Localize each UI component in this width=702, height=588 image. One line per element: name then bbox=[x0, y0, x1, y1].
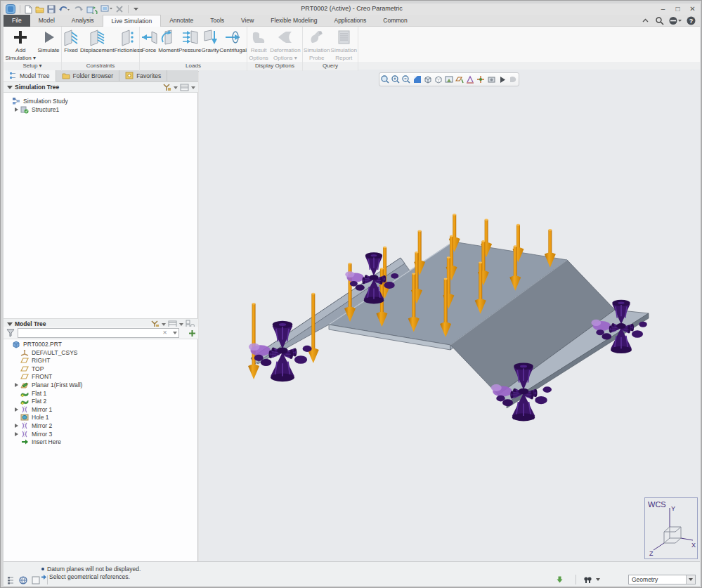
ribbon-button-force[interactable]: Force bbox=[140, 27, 158, 53]
search-dropdown-icon[interactable] bbox=[173, 332, 177, 334]
tree-item-prt0002-prt[interactable]: PRT0002.PRT bbox=[6, 340, 62, 348]
qat-dropdown-icon[interactable] bbox=[133, 5, 139, 13]
tree-item-flat-1[interactable]: Flat 1 bbox=[15, 389, 46, 398]
tree-item-hole-1[interactable]: Hole 1 bbox=[15, 413, 49, 422]
hole-icon[interactable] bbox=[20, 413, 29, 422]
tree-item-structure1[interactable]: Structure1 bbox=[15, 105, 59, 114]
bullet-icon[interactable] bbox=[41, 567, 45, 571]
tree-item-simulation-study[interactable]: Simulation Study bbox=[6, 97, 68, 105]
datum-plane-icon[interactable] bbox=[20, 365, 29, 373]
centrifugal-load-icon[interactable] bbox=[224, 28, 242, 46]
regenerate-icon[interactable] bbox=[86, 5, 98, 14]
load-arrow[interactable] bbox=[248, 303, 259, 379]
ribbon-button-simulation[interactable]: SimulationReport bbox=[331, 27, 357, 61]
maximize-button[interactable]: □ bbox=[673, 4, 682, 13]
force-load-icon[interactable] bbox=[140, 28, 158, 46]
tab-live-simulation[interactable]: Live Simulation bbox=[103, 15, 162, 27]
displacement-constraint-icon[interactable] bbox=[88, 28, 106, 46]
tree-columns-icon[interactable] bbox=[180, 83, 189, 92]
tree-item-insert-here[interactable]: Insert Here bbox=[15, 438, 61, 446]
panel-tab-folder-browser[interactable]: Folder Browser bbox=[56, 70, 120, 81]
undo-icon[interactable] bbox=[58, 5, 70, 13]
add-simulation-icon[interactable] bbox=[11, 28, 30, 46]
tab-file[interactable]: File bbox=[4, 15, 30, 27]
perspective-icon[interactable] bbox=[444, 74, 454, 84]
csys-icon[interactable] bbox=[20, 348, 29, 357]
selection-filter-select[interactable]: Geometry bbox=[628, 575, 696, 584]
redo-icon[interactable] bbox=[72, 5, 84, 13]
structure-icon[interactable] bbox=[20, 105, 29, 114]
add-filter-icon[interactable] bbox=[188, 329, 196, 337]
panel-tab-favorites[interactable]: Favorites bbox=[119, 70, 167, 81]
datum-plane-icon[interactable] bbox=[20, 372, 29, 381]
saved-views-icon[interactable] bbox=[423, 74, 433, 84]
tree-item-top[interactable]: TOP bbox=[15, 365, 44, 373]
ribbon-button-simulation[interactable]: SimulationProbe bbox=[304, 27, 330, 61]
tab-view[interactable]: View bbox=[233, 15, 262, 27]
capture-icon[interactable] bbox=[487, 74, 497, 84]
play-icon[interactable] bbox=[498, 74, 507, 84]
new-file-icon[interactable] bbox=[25, 5, 32, 14]
fixed-constraint-icon[interactable] bbox=[62, 28, 80, 46]
tree-item-mirror-1[interactable]: Mirror 1 bbox=[15, 405, 52, 414]
folder-icon[interactable] bbox=[62, 72, 70, 79]
tree-filters-icon[interactable] bbox=[162, 83, 171, 92]
blank-panel-icon[interactable] bbox=[32, 576, 40, 584]
filter-funnel-icon[interactable] bbox=[6, 329, 15, 337]
spin-center-icon[interactable] bbox=[476, 74, 486, 84]
help-icon[interactable]: ? bbox=[687, 16, 696, 25]
ribbon-button-centrifugal[interactable]: Centrifugal bbox=[219, 27, 247, 53]
minimize-button[interactable]: – bbox=[658, 4, 668, 13]
tree-item-right[interactable]: RIGHT bbox=[15, 356, 50, 365]
ghost-icon[interactable] bbox=[508, 74, 518, 84]
favorites-icon[interactable] bbox=[125, 72, 134, 79]
display-style-icon[interactable] bbox=[434, 74, 443, 84]
tree-item-default-csys[interactable]: DEFAULT_CSYS bbox=[15, 348, 78, 357]
simulation-probe-icon[interactable] bbox=[308, 28, 326, 46]
find-icon[interactable] bbox=[583, 575, 593, 584]
graphics-viewport[interactable]: WCS Y X Z bbox=[199, 70, 700, 561]
open-icon[interactable] bbox=[35, 5, 44, 13]
panel-tab-model-tree[interactable]: Model Tree bbox=[4, 70, 56, 81]
deformation-options-icon[interactable] bbox=[276, 28, 294, 46]
frictionless-constraint-icon[interactable] bbox=[119, 28, 138, 46]
selection-filter-dropdown[interactable] bbox=[686, 575, 695, 584]
zoom-out-icon[interactable] bbox=[401, 74, 411, 84]
ribbon-button-displacement[interactable]: Displacement bbox=[80, 27, 114, 53]
close-button[interactable]: ✕ bbox=[688, 4, 697, 13]
tree-toggle-icon[interactable] bbox=[7, 576, 15, 584]
pressure-load-icon[interactable] bbox=[181, 28, 199, 46]
simulation-report-icon[interactable] bbox=[334, 28, 353, 46]
tree-item-planar-1-first-wall-[interactable]: Planar 1(First Wall) bbox=[15, 381, 82, 389]
ribbon-button-pressure[interactable]: Pressure bbox=[178, 27, 201, 53]
model-tree-icon[interactable] bbox=[9, 72, 17, 79]
part-icon[interactable] bbox=[12, 340, 20, 348]
tree-item-front[interactable]: FRONT bbox=[15, 372, 52, 381]
browser-icon[interactable] bbox=[19, 576, 27, 584]
expand-icon[interactable] bbox=[15, 107, 18, 112]
zoom-in-icon[interactable] bbox=[391, 74, 401, 84]
tab-common[interactable]: Common bbox=[375, 15, 415, 27]
tab-model[interactable]: Model bbox=[30, 15, 63, 27]
tab-applications[interactable]: Applications bbox=[325, 15, 375, 27]
simulation-tree-header[interactable]: Simulation Tree bbox=[4, 81, 198, 93]
tree-item-mirror-2[interactable]: Mirror 2 bbox=[15, 422, 52, 430]
tree-search-input[interactable]: ✕ bbox=[18, 328, 179, 338]
ribbon-button-frictionless[interactable]: Frictionless bbox=[114, 27, 142, 53]
mirror-icon[interactable] bbox=[20, 430, 29, 438]
ribbon-button-gravity[interactable]: Gravity bbox=[201, 27, 219, 53]
annotation-display-icon[interactable] bbox=[465, 74, 475, 84]
tab-flexible-modeling[interactable]: Flexible Modeling bbox=[262, 15, 325, 27]
ribbon-button-fixed[interactable]: Fixed bbox=[62, 27, 80, 53]
save-icon[interactable] bbox=[47, 5, 56, 13]
expand-icon[interactable] bbox=[15, 432, 18, 436]
mirror-icon[interactable] bbox=[20, 405, 29, 414]
flat-icon[interactable] bbox=[20, 389, 29, 398]
collapse-ribbon-icon[interactable] bbox=[641, 16, 650, 25]
zoom-region-icon[interactable] bbox=[380, 74, 390, 84]
flat-icon[interactable] bbox=[20, 397, 29, 405]
tab-tools[interactable]: Tools bbox=[202, 15, 233, 27]
mirror-icon[interactable] bbox=[20, 422, 29, 430]
datum-display-icon[interactable] bbox=[455, 74, 464, 84]
repaint-icon[interactable] bbox=[412, 74, 422, 84]
